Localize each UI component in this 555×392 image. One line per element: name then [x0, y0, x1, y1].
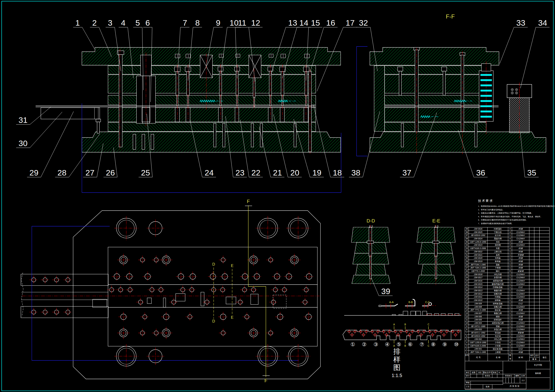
table-cell [534, 237, 540, 241]
table-cell [534, 276, 540, 279]
table-cell [529, 234, 534, 237]
table-cell [529, 250, 534, 254]
table-cell: JJM-0014 [469, 286, 488, 289]
table-cell: 固定板垫板 [488, 347, 508, 351]
table-cell: Cr12MoV [512, 289, 529, 292]
table-cell: 1 [508, 260, 512, 263]
table-cell: 导正销 [488, 335, 508, 338]
table-cell [540, 325, 549, 328]
table-cell [534, 306, 540, 309]
table-cell: 1 [508, 308, 512, 312]
table-cell: JJM-002 [469, 338, 488, 341]
table-row: 8JJM-003异型凸模1Cr12MoV [465, 328, 549, 331]
table-cell: Cr12MoV [512, 279, 529, 283]
table-cell: Cr12MoV [512, 341, 529, 344]
col-total: 总计 [535, 354, 540, 357]
table-cell: 导料板 [488, 257, 508, 260]
table-cell [534, 257, 540, 260]
table-cell [534, 308, 540, 312]
table-cell [534, 270, 540, 273]
table-cell [529, 279, 534, 283]
table-cell [529, 338, 534, 341]
table-cell [540, 254, 549, 257]
table-cell [529, 276, 534, 279]
section-label: 1:2 [434, 225, 438, 228]
section-label: F [247, 199, 250, 204]
table-cell [540, 351, 549, 354]
table-cell: JJM-001 [469, 347, 488, 351]
table-cell [534, 312, 540, 315]
table-row: 22JJM-0015圆弧弯曲凹模1Cr12MoV [465, 283, 549, 286]
table-cell: 45钢 [512, 257, 529, 260]
table-cell [540, 347, 549, 351]
table-cell: GB/T 1255.8-1990 [469, 341, 488, 344]
table-cell: 12 [465, 315, 469, 319]
table-cell [540, 283, 549, 286]
table-cell: 1 [508, 315, 512, 319]
station-number: ⑧ [431, 342, 436, 347]
parts-rows: 39JJM-0026凹模顶柱445钢38JJM-0025下限位柱4Cr12MoV… [465, 227, 549, 354]
tech-items: 1、模具制造按GB2854—81冷冲模座技术条件和GB2870-81冷冲模零件技… [478, 205, 555, 226]
table-cell: 16 [465, 302, 469, 306]
callout-39: 39 [381, 287, 390, 296]
tb-school: 长沙学院 [526, 361, 550, 369]
table-cell: 保持圈 [488, 243, 508, 247]
table-cell [540, 302, 549, 306]
section-label: B [404, 323, 406, 326]
table-cell: 上限位柱 [488, 250, 508, 254]
table-row: 39JJM-0026凹模顶柱445钢 [465, 228, 549, 231]
callout-29: 29 [29, 168, 38, 177]
table-row: 28JB/T7184.1-1995垫板145钢 [465, 263, 549, 267]
table-cell: 1 [508, 276, 512, 279]
tb-date: 年、月、日 [497, 371, 503, 374]
table-cell [540, 312, 549, 315]
table-row: 2JJM-001固定板垫板1Cr12 [465, 347, 549, 351]
table-cell: 18 [465, 295, 469, 299]
callout-34: 34 [538, 18, 547, 27]
table-cell [534, 263, 540, 267]
table-cell: 34 [465, 243, 469, 247]
table-cell: 37 [465, 234, 469, 237]
tb-stage: 阶段标记 [503, 374, 514, 378]
strip-scale: 1:1.5 [392, 373, 402, 378]
table-cell: 1 [508, 292, 512, 296]
table-cell: 22 [465, 283, 469, 286]
section-label: A [393, 345, 395, 347]
table-cell: 1 [508, 234, 512, 237]
table-cell [529, 231, 534, 234]
table-cell [534, 241, 540, 244]
callout-38: 38 [351, 168, 360, 177]
table-cell: 1 [508, 312, 512, 315]
section-label: A [393, 323, 395, 326]
table-cell [540, 328, 549, 331]
table-cell: JJM-0021 [469, 254, 488, 257]
table-cell [534, 328, 540, 331]
table-cell: 弹顶器 [488, 331, 508, 335]
table-cell [540, 266, 549, 270]
table-cell [534, 318, 540, 321]
table-row: 23JJM-0016成形型凹模1Cr12MoV [465, 279, 549, 283]
table-cell: JJM-0023 [469, 243, 488, 247]
cad-drawing-blanking-die: { "drawing_title": "落料模", "school": "长沙学… [0, 0, 555, 392]
section-label: D-D [366, 218, 375, 223]
table-row: 15JJM-008切断凸模1Cr12MoV [465, 306, 549, 309]
table-cell: 1 [508, 328, 512, 331]
table-cell: Cr12MoV [512, 276, 529, 279]
table-cell: 15 [465, 306, 469, 309]
table-cell: 31 [465, 254, 469, 257]
table-cell [529, 289, 534, 292]
station-number: ⑦ [419, 342, 424, 347]
tech-item: 4、零件表面应清理干净后方能进行组装，不得有毛刺、飞边、氧化皮、锈蚀等。 [478, 215, 555, 219]
table-cell [540, 321, 549, 325]
table-cell: 悬固凹模 [488, 237, 508, 241]
callout-1: 1 [75, 18, 80, 27]
table-cell: JJM-0010 [469, 299, 488, 302]
tb-zone: 分区 [477, 371, 483, 374]
table-cell: 25 [465, 273, 469, 276]
table-cell: 小导套 [488, 344, 508, 348]
table-cell: 切断凸模 [488, 306, 508, 309]
table-cell: GB/T4169.3-2006 [469, 247, 488, 250]
table-cell: 成形型凹模 [488, 279, 508, 283]
callout-5: 5 [136, 18, 140, 27]
callout-8: 8 [195, 18, 200, 27]
